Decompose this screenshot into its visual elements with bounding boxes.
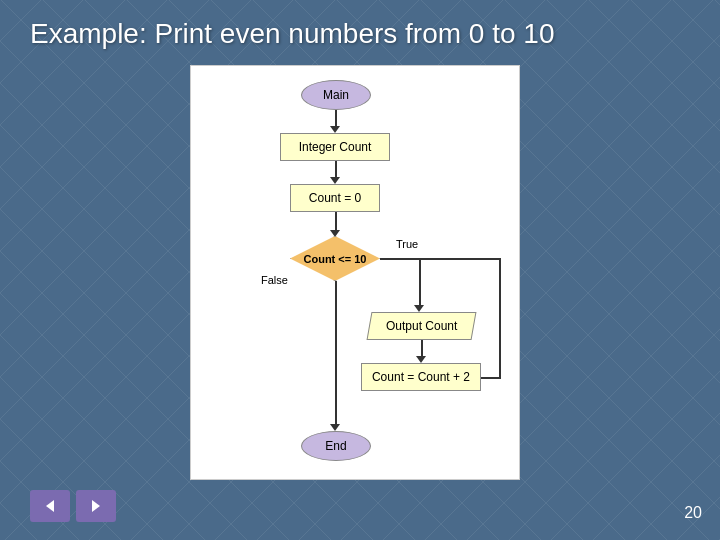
- arrow-false: [335, 281, 337, 426]
- nav-buttons: [30, 490, 116, 522]
- node-declare: Integer Count: [280, 133, 390, 161]
- node-init: Count = 0: [290, 184, 380, 212]
- arrowhead-4: [416, 356, 426, 363]
- forward-button[interactable]: [76, 490, 116, 522]
- node-increment: Count = Count + 2: [361, 363, 481, 391]
- loop-h-top: [380, 258, 500, 260]
- back-icon: [46, 500, 54, 512]
- forward-icon: [92, 500, 100, 512]
- flowchart: Main Integer Count Count = 0 Count <= 10…: [191, 66, 519, 479]
- label-true: True: [396, 238, 418, 250]
- label-false: False: [261, 274, 288, 286]
- arrow-init-cond: [335, 212, 337, 232]
- loop-h-right: [481, 377, 501, 379]
- diamond-shape: Count <= 10: [290, 236, 380, 281]
- page-number: 20: [684, 504, 702, 522]
- node-main: Main: [301, 80, 371, 110]
- loop-v-up: [499, 258, 501, 378]
- node-condition: Count <= 10: [290, 236, 380, 281]
- arrow-true-v-down: [419, 259, 421, 307]
- content-area: Main Integer Count Count = 0 Count <= 10…: [190, 65, 520, 480]
- arrowhead-false: [330, 424, 340, 431]
- back-button[interactable]: [30, 490, 70, 522]
- arrowhead-2: [330, 177, 340, 184]
- arrowhead-true: [414, 305, 424, 312]
- node-output: Output Count: [367, 312, 477, 340]
- arrowhead-1: [330, 126, 340, 133]
- slide-title: Example: Print even numbers from 0 to 10: [30, 18, 554, 50]
- node-end: End: [301, 431, 371, 461]
